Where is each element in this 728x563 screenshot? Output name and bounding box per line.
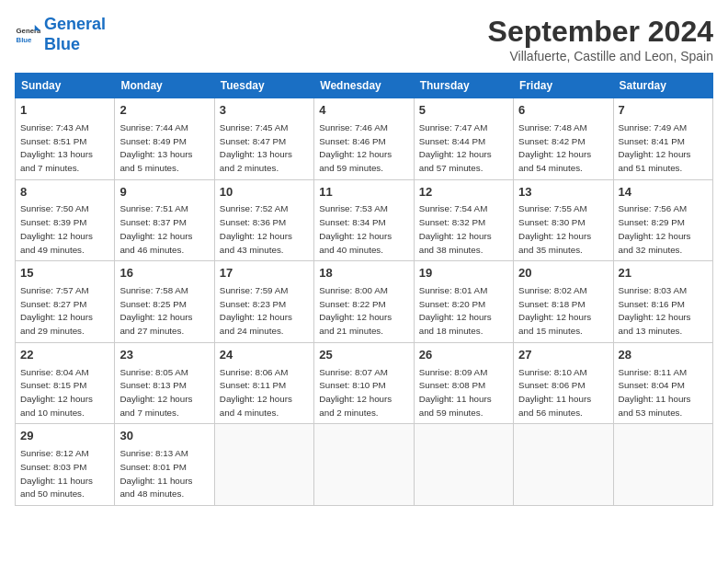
logo-line1: General (44, 15, 106, 33)
calendar-day-cell: 6Sunrise: 7:48 AMSunset: 8:42 PMDaylight… (514, 98, 613, 180)
day-number: 6 (518, 102, 608, 120)
day-info: Sunrise: 7:49 AMSunset: 8:41 PMDaylight:… (619, 121, 708, 176)
day-info: Sunrise: 8:04 AMSunset: 8:15 PMDaylight:… (20, 366, 109, 420)
day-number: 13 (518, 184, 608, 201)
day-number: 12 (419, 184, 508, 201)
day-info: Sunrise: 7:56 AMSunset: 8:29 PMDaylight:… (619, 202, 708, 257)
day-number: 18 (319, 265, 408, 282)
day-info: Sunrise: 7:44 AMSunset: 8:49 PMDaylight:… (119, 121, 209, 176)
day-info: Sunrise: 7:52 AMSunset: 8:36 PMDaylight:… (220, 202, 309, 257)
day-info: Sunrise: 7:59 AMSunset: 8:23 PMDaylight:… (220, 284, 309, 339)
calendar-day-cell (314, 424, 414, 506)
calendar-day-cell: 3Sunrise: 7:45 AMSunset: 8:47 PMDaylight… (214, 98, 313, 180)
day-info: Sunrise: 7:45 AMSunset: 8:47 PMDaylight:… (220, 121, 309, 176)
day-info: Sunrise: 7:57 AMSunset: 8:27 PMDaylight:… (20, 284, 109, 339)
calendar-week-row: 1Sunrise: 7:43 AMSunset: 8:51 PMDaylight… (16, 98, 713, 180)
weekday-header: Friday (514, 74, 613, 98)
day-info: Sunrise: 7:54 AMSunset: 8:32 PMDaylight:… (419, 202, 508, 257)
calendar-week-row: 15Sunrise: 7:57 AMSunset: 8:27 PMDayligh… (16, 261, 713, 343)
calendar-day-cell: 10Sunrise: 7:52 AMSunset: 8:36 PMDayligh… (214, 179, 313, 261)
day-info: Sunrise: 8:13 AMSunset: 8:01 PMDaylight:… (119, 447, 209, 501)
calendar-day-cell: 13Sunrise: 7:55 AMSunset: 8:30 PMDayligh… (514, 179, 613, 261)
weekday-header: Saturday (613, 74, 712, 98)
calendar-day-cell: 26Sunrise: 8:09 AMSunset: 8:08 PMDayligh… (414, 342, 513, 424)
svg-text:Blue: Blue (17, 35, 33, 43)
day-info: Sunrise: 7:58 AMSunset: 8:25 PMDaylight:… (119, 284, 209, 339)
day-info: Sunrise: 8:10 AMSunset: 8:06 PMDaylight:… (518, 366, 608, 420)
calendar-day-cell: 8Sunrise: 7:50 AMSunset: 8:39 PMDaylight… (16, 179, 115, 261)
calendar-day-cell (414, 424, 513, 506)
logo-icon: General Blue (15, 22, 40, 48)
day-number: 26 (419, 347, 508, 364)
day-number: 2 (119, 102, 209, 120)
logo: General Blue General Blue (15, 15, 106, 54)
day-info: Sunrise: 7:51 AMSunset: 8:37 PMDaylight:… (119, 202, 209, 257)
day-number: 24 (220, 347, 309, 364)
calendar-day-cell: 5Sunrise: 7:47 AMSunset: 8:44 PMDaylight… (414, 98, 513, 180)
calendar-day-cell: 18Sunrise: 8:00 AMSunset: 8:22 PMDayligh… (314, 261, 414, 343)
day-info: Sunrise: 7:48 AMSunset: 8:42 PMDaylight:… (518, 121, 608, 176)
day-info: Sunrise: 8:01 AMSunset: 8:20 PMDaylight:… (419, 284, 508, 339)
calendar-day-cell: 29Sunrise: 8:12 AMSunset: 8:03 PMDayligh… (16, 424, 115, 506)
day-number: 23 (119, 347, 209, 364)
day-info: Sunrise: 8:00 AMSunset: 8:22 PMDaylight:… (319, 284, 408, 339)
calendar-day-cell: 30Sunrise: 8:13 AMSunset: 8:01 PMDayligh… (115, 424, 214, 506)
calendar-day-cell: 9Sunrise: 7:51 AMSunset: 8:37 PMDaylight… (115, 179, 214, 261)
calendar-day-cell: 15Sunrise: 7:57 AMSunset: 8:27 PMDayligh… (16, 261, 115, 343)
day-info: Sunrise: 8:06 AMSunset: 8:11 PMDaylight:… (220, 366, 309, 420)
logo-line2: Blue (44, 35, 80, 53)
day-number: 15 (20, 265, 109, 282)
weekday-header: Thursday (414, 74, 513, 98)
day-number: 17 (220, 265, 309, 282)
day-info: Sunrise: 8:11 AMSunset: 8:04 PMDaylight:… (619, 366, 708, 420)
day-info: Sunrise: 8:12 AMSunset: 8:03 PMDaylight:… (20, 447, 109, 501)
day-number: 25 (319, 347, 408, 364)
day-info: Sunrise: 7:55 AMSunset: 8:30 PMDaylight:… (518, 202, 608, 257)
calendar-day-cell: 4Sunrise: 7:46 AMSunset: 8:46 PMDaylight… (314, 98, 414, 180)
calendar-day-cell: 2Sunrise: 7:44 AMSunset: 8:49 PMDaylight… (115, 98, 214, 180)
day-info: Sunrise: 7:47 AMSunset: 8:44 PMDaylight:… (419, 121, 508, 176)
calendar-table: SundayMondayTuesdayWednesdayThursdayFrid… (15, 73, 713, 506)
day-number: 4 (319, 102, 408, 120)
calendar-week-row: 29Sunrise: 8:12 AMSunset: 8:03 PMDayligh… (16, 424, 713, 506)
day-number: 3 (220, 102, 309, 120)
weekday-header: Sunday (16, 74, 115, 98)
calendar-day-cell: 1Sunrise: 7:43 AMSunset: 8:51 PMDaylight… (16, 98, 115, 180)
day-number: 11 (319, 184, 408, 201)
day-number: 29 (20, 428, 109, 445)
calendar-day-cell: 19Sunrise: 8:01 AMSunset: 8:20 PMDayligh… (414, 261, 513, 343)
day-number: 9 (119, 184, 209, 201)
calendar-day-cell: 21Sunrise: 8:03 AMSunset: 8:16 PMDayligh… (613, 261, 712, 343)
weekday-header: Wednesday (314, 74, 414, 98)
page-header: General Blue General Blue September 2024… (15, 15, 713, 63)
calendar-day-cell: 12Sunrise: 7:54 AMSunset: 8:32 PMDayligh… (414, 179, 513, 261)
day-number: 30 (119, 428, 209, 445)
day-number: 5 (419, 102, 508, 120)
calendar-day-cell (613, 424, 712, 506)
calendar-day-cell: 11Sunrise: 7:53 AMSunset: 8:34 PMDayligh… (314, 179, 414, 261)
calendar-day-cell: 14Sunrise: 7:56 AMSunset: 8:29 PMDayligh… (613, 179, 712, 261)
day-number: 22 (20, 347, 109, 364)
calendar-day-cell: 23Sunrise: 8:05 AMSunset: 8:13 PMDayligh… (115, 342, 214, 424)
calendar-day-cell: 17Sunrise: 7:59 AMSunset: 8:23 PMDayligh… (214, 261, 313, 343)
calendar-day-cell: 20Sunrise: 8:02 AMSunset: 8:18 PMDayligh… (514, 261, 613, 343)
logo-text: General Blue (44, 15, 106, 54)
day-number: 8 (20, 184, 109, 201)
calendar-week-row: 8Sunrise: 7:50 AMSunset: 8:39 PMDaylight… (16, 179, 713, 261)
day-number: 21 (619, 265, 708, 282)
calendar-day-cell (214, 424, 313, 506)
day-info: Sunrise: 7:53 AMSunset: 8:34 PMDaylight:… (319, 202, 408, 257)
location: Villafuerte, Castille and Leon, Spain (488, 49, 713, 63)
weekday-header: Monday (115, 74, 214, 98)
calendar-day-cell: 27Sunrise: 8:10 AMSunset: 8:06 PMDayligh… (514, 342, 613, 424)
day-number: 27 (518, 347, 608, 364)
title-block: September 2024 Villafuerte, Castille and… (488, 15, 713, 63)
day-number: 14 (619, 184, 708, 201)
day-number: 28 (619, 347, 708, 364)
calendar-day-cell: 24Sunrise: 8:06 AMSunset: 8:11 PMDayligh… (214, 342, 313, 424)
day-number: 20 (518, 265, 608, 282)
day-info: Sunrise: 8:03 AMSunset: 8:16 PMDaylight:… (619, 284, 708, 339)
calendar-day-cell: 7Sunrise: 7:49 AMSunset: 8:41 PMDaylight… (613, 98, 712, 180)
day-info: Sunrise: 8:07 AMSunset: 8:10 PMDaylight:… (319, 366, 408, 420)
calendar-day-cell (514, 424, 613, 506)
